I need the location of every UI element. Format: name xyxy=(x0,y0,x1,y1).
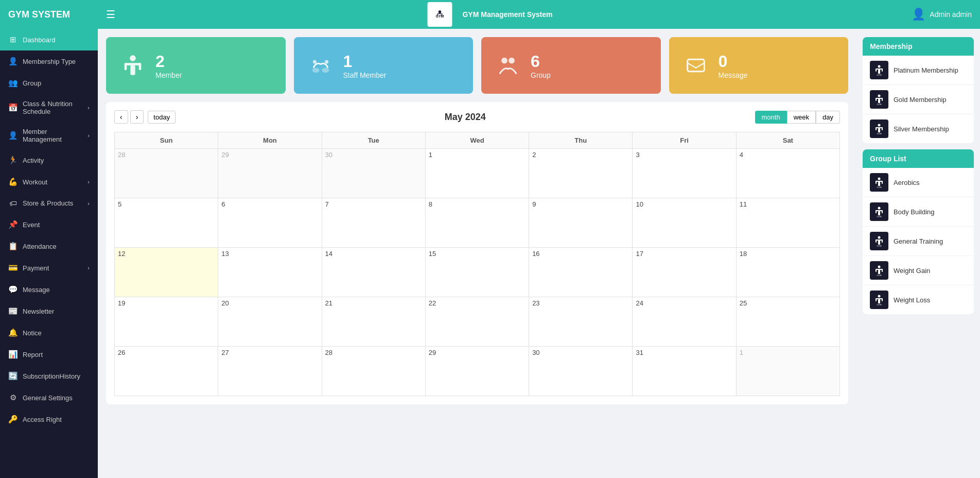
group-stat-text: 6 Group xyxy=(531,52,551,79)
sidebar-item-class-nutrition[interactable]: 📅 Class & Nutrition Schedule › xyxy=(0,94,98,122)
svg-rect-9 xyxy=(139,63,142,70)
sidebar-item-newsletter[interactable]: 📰 Newsletter xyxy=(0,300,98,322)
calendar-day-cell[interactable]: 16 xyxy=(529,248,633,297)
calendar-day-cell[interactable]: 5 xyxy=(115,198,218,248)
calendar-day-cell[interactable]: 29 xyxy=(425,347,529,396)
sidebar-item-access-right[interactable]: 🔑 Access Right xyxy=(0,408,98,430)
calendar-day-cell[interactable]: 22 xyxy=(425,297,529,347)
sidebar-label-event: Event xyxy=(23,221,40,229)
calendar-day-cell[interactable]: 28 xyxy=(115,149,218,198)
calendar-grid: SunMonTueWedThuFriSat 282930123456789101… xyxy=(114,132,840,396)
calendar-day-cell[interactable]: 10 xyxy=(633,198,736,248)
svg-rect-55 xyxy=(876,269,883,270)
report-icon: 📊 xyxy=(8,350,18,359)
calendar-day-cell[interactable]: 6 xyxy=(218,198,322,248)
day-number: 23 xyxy=(532,299,539,307)
sidebar-item-attendance[interactable]: 📋 Attendance xyxy=(0,235,98,257)
calendar-view-week-button[interactable]: week xyxy=(787,111,816,124)
calendar-day-cell[interactable]: 30 xyxy=(529,347,633,396)
panel-list-item[interactable]: GYM Aerobics xyxy=(863,168,974,197)
payment-icon: 💳 xyxy=(8,263,18,272)
calendar-next-button[interactable]: › xyxy=(130,110,144,124)
svg-rect-8 xyxy=(125,63,127,70)
panel-list-item[interactable]: GYM Weight Gain xyxy=(863,256,974,285)
calendar-day-cell[interactable]: 19 xyxy=(115,297,218,347)
calendar-day-cell[interactable]: 3 xyxy=(633,149,736,198)
calendar-header: ‹ › today May 2024 monthweekday xyxy=(114,110,840,124)
membership-type-icon: 👤 xyxy=(8,57,18,66)
panel-item-label: Weight Loss xyxy=(894,296,930,304)
sidebar-item-event[interactable]: 📌 Event xyxy=(0,214,98,235)
sidebar-item-report[interactable]: 📊 Report xyxy=(0,344,98,365)
notice-icon: 🔔 xyxy=(8,328,18,337)
calendar-day-cell[interactable]: 11 xyxy=(736,198,839,248)
svg-rect-21 xyxy=(882,69,883,72)
panel-item-label: General Training xyxy=(894,237,943,245)
sidebar-item-payment[interactable]: 💳 Payment › xyxy=(0,257,98,279)
calendar-day-cell[interactable]: 31 xyxy=(633,347,736,396)
calendar-day-cell[interactable]: 4 xyxy=(736,149,839,198)
calendar-day-cell[interactable]: 12 xyxy=(115,248,218,297)
calendar-day-cell[interactable]: 30 xyxy=(322,149,425,198)
panel-list-item[interactable]: GYM Platinum Membership xyxy=(863,56,974,85)
calendar-day-cell[interactable]: 17 xyxy=(633,248,736,297)
panel-list-item[interactable]: GYM Gold Membership xyxy=(863,85,974,114)
calendar-day-cell[interactable]: 18 xyxy=(736,248,839,297)
sidebar-item-dashboard[interactable]: ⊞ Dashboard xyxy=(0,29,98,50)
sidebar-item-member-management[interactable]: 👤 Member Management › xyxy=(0,122,98,149)
panel-item-label: Aerobics xyxy=(894,179,920,186)
chevron-icon-member-management: › xyxy=(87,132,90,139)
calendar-day-cell[interactable]: 26 xyxy=(115,347,218,396)
calendar-day-cell[interactable]: 23 xyxy=(529,297,633,347)
calendar-day-cell[interactable]: 27 xyxy=(218,347,322,396)
event-icon: 📌 xyxy=(8,220,18,229)
menu-icon[interactable]: ☰ xyxy=(106,8,115,21)
calendar-day-cell[interactable]: 9 xyxy=(529,198,633,248)
day-number: 10 xyxy=(636,200,643,208)
class-nutrition-icon: 📅 xyxy=(8,103,18,112)
group-stat-label: Group xyxy=(531,71,551,79)
sidebar-item-message[interactable]: 💬 Message xyxy=(0,279,98,300)
calendar-today-button[interactable]: today xyxy=(148,111,176,124)
calendar-day-cell[interactable]: 7 xyxy=(322,198,425,248)
sidebar-item-group[interactable]: 👥 Group xyxy=(0,72,98,94)
svg-rect-34 xyxy=(878,128,880,132)
calendar-day-cell[interactable]: 13 xyxy=(218,248,322,297)
calendar-day-cell[interactable]: 1 xyxy=(736,347,839,396)
calendar-view-day-button[interactable]: day xyxy=(816,111,840,124)
sidebar-item-subscription-history[interactable]: 🔄 SubscriptionHistory xyxy=(0,365,98,387)
calendar-prev-button[interactable]: ‹ xyxy=(114,110,128,124)
calendar-day-cell[interactable]: 29 xyxy=(218,149,322,198)
svg-text:GYM: GYM xyxy=(877,186,881,189)
panel-list-item[interactable]: GYM Weight Loss xyxy=(863,285,974,314)
calendar-day-cell[interactable]: 25 xyxy=(736,297,839,347)
calendar-day-cell[interactable]: 21 xyxy=(322,297,425,347)
sidebar-item-workout[interactable]: 💪 Workout › xyxy=(0,171,98,193)
day-number: 16 xyxy=(532,250,539,258)
panel-list-item[interactable]: GYM General Training xyxy=(863,227,974,256)
calendar-view-month-button[interactable]: month xyxy=(755,111,787,124)
calendar-day-cell[interactable]: 20 xyxy=(218,297,322,347)
calendar-day-cell[interactable]: 14 xyxy=(322,248,425,297)
sidebar-item-store-products[interactable]: 🏷 Store & Products › xyxy=(0,193,98,214)
sidebar-item-general-settings[interactable]: ⚙ General Settings xyxy=(0,387,98,408)
group-stat-icon xyxy=(494,51,522,80)
svg-point-11 xyxy=(312,68,319,73)
sidebar-item-activity[interactable]: 🏃 Activity xyxy=(0,149,98,171)
calendar-day-cell[interactable]: 1 xyxy=(425,149,529,198)
cal-header-wed: Wed xyxy=(425,132,529,149)
sidebar-label-general-settings: General Settings xyxy=(23,394,73,402)
sidebar-label-class-nutrition: Class & Nutrition Schedule xyxy=(23,100,82,115)
sidebar-item-membership-type[interactable]: 👤 Membership Type xyxy=(0,50,98,72)
cal-header-tue: Tue xyxy=(322,132,425,149)
calendar-day-cell[interactable]: 15 xyxy=(425,248,529,297)
day-number: 1 xyxy=(740,349,743,356)
panel-list-item[interactable]: GYM Silver Membership xyxy=(863,114,974,143)
calendar-day-cell[interactable]: 28 xyxy=(322,347,425,396)
sidebar-item-notice[interactable]: 🔔 Notice xyxy=(0,322,98,344)
calendar-day-cell[interactable]: 24 xyxy=(633,297,736,347)
calendar-day-cell[interactable]: 8 xyxy=(425,198,529,248)
panel-list-item[interactable]: GYM Body Building xyxy=(863,197,974,227)
svg-rect-26 xyxy=(876,98,877,101)
calendar-day-cell[interactable]: 2 xyxy=(529,149,633,198)
